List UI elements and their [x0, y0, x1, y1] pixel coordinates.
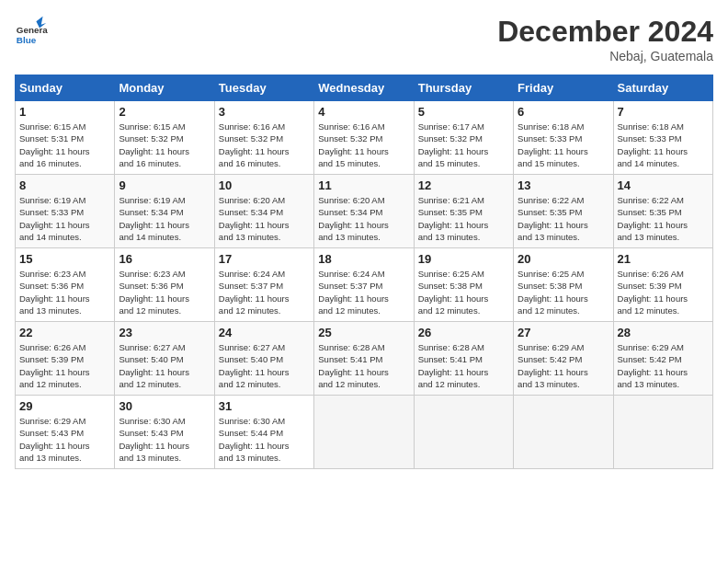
day-number: 10 [219, 178, 310, 192]
day-info: Sunrise: 6:22 AM Sunset: 5:35 PM Dayligh… [618, 194, 709, 243]
day-number: 23 [119, 326, 210, 339]
title-block: December 2024 Nebaj, Guatemala [497, 15, 713, 63]
day-info: Sunrise: 6:17 AM Sunset: 5:32 PM Dayligh… [418, 121, 509, 169]
calendar-day-cell: 20Sunrise: 6:25 AM Sunset: 5:38 PM Dayli… [514, 248, 613, 322]
calendar-day-cell: 5Sunrise: 6:17 AM Sunset: 5:32 PM Daylig… [414, 101, 513, 175]
calendar-day-cell: 25Sunrise: 6:28 AM Sunset: 5:41 PM Dayli… [314, 322, 414, 396]
day-number: 5 [418, 105, 509, 119]
day-number: 9 [119, 178, 210, 192]
day-number: 28 [618, 326, 709, 339]
calendar-week-row: 29Sunrise: 6:29 AM Sunset: 5:43 PM Dayli… [16, 396, 713, 469]
calendar-table: SundayMondayTuesdayWednesdayThursdayFrid… [15, 75, 713, 469]
calendar-day-cell: 12Sunrise: 6:21 AM Sunset: 5:35 PM Dayli… [414, 175, 513, 248]
calendar-week-row: 8Sunrise: 6:19 AM Sunset: 5:33 PM Daylig… [16, 175, 713, 248]
calendar-day-cell: 26Sunrise: 6:28 AM Sunset: 5:41 PM Dayli… [414, 322, 513, 396]
calendar-day-cell: 4Sunrise: 6:16 AM Sunset: 5:32 PM Daylig… [314, 101, 414, 175]
day-info: Sunrise: 6:22 AM Sunset: 5:35 PM Dayligh… [518, 194, 609, 243]
day-info: Sunrise: 6:16 AM Sunset: 5:32 PM Dayligh… [219, 121, 310, 169]
day-info: Sunrise: 6:29 AM Sunset: 5:42 PM Dayligh… [618, 341, 709, 390]
day-info: Sunrise: 6:20 AM Sunset: 5:34 PM Dayligh… [219, 194, 310, 243]
calendar-week-row: 22Sunrise: 6:26 AM Sunset: 5:39 PM Dayli… [16, 322, 713, 396]
day-info: Sunrise: 6:19 AM Sunset: 5:34 PM Dayligh… [119, 194, 210, 243]
day-info: Sunrise: 6:30 AM Sunset: 5:44 PM Dayligh… [219, 415, 310, 464]
calendar-day-cell: 22Sunrise: 6:26 AM Sunset: 5:39 PM Dayli… [16, 322, 115, 396]
day-number: 4 [318, 105, 409, 119]
logo-icon: General Blue [15, 15, 48, 48]
calendar-day-cell: 10Sunrise: 6:20 AM Sunset: 5:34 PM Dayli… [214, 175, 313, 248]
calendar-day-cell: 3Sunrise: 6:16 AM Sunset: 5:32 PM Daylig… [214, 101, 313, 175]
day-number: 2 [119, 105, 210, 119]
day-number: 18 [318, 252, 409, 266]
calendar-day-cell: 9Sunrise: 6:19 AM Sunset: 5:34 PM Daylig… [115, 175, 214, 248]
calendar-header-row: SundayMondayTuesdayWednesdayThursdayFrid… [16, 75, 713, 101]
day-of-week-header: Tuesday [214, 75, 313, 101]
day-number: 8 [19, 178, 110, 192]
svg-text:General: General [17, 25, 48, 35]
calendar-day-cell: 1Sunrise: 6:15 AM Sunset: 5:31 PM Daylig… [16, 101, 115, 175]
day-number: 30 [119, 399, 210, 413]
day-info: Sunrise: 6:30 AM Sunset: 5:43 PM Dayligh… [119, 415, 210, 464]
calendar-day-cell [314, 396, 414, 469]
calendar-day-cell: 7Sunrise: 6:18 AM Sunset: 5:33 PM Daylig… [613, 101, 712, 175]
calendar-day-cell: 30Sunrise: 6:30 AM Sunset: 5:43 PM Dayli… [115, 396, 214, 469]
day-number: 26 [418, 326, 509, 339]
calendar-day-cell: 17Sunrise: 6:24 AM Sunset: 5:37 PM Dayli… [214, 248, 313, 322]
calendar-day-cell: 15Sunrise: 6:23 AM Sunset: 5:36 PM Dayli… [16, 248, 115, 322]
calendar-week-row: 15Sunrise: 6:23 AM Sunset: 5:36 PM Dayli… [16, 248, 713, 322]
day-of-week-header: Saturday [613, 75, 712, 101]
calendar-day-cell [613, 396, 712, 469]
day-info: Sunrise: 6:18 AM Sunset: 5:33 PM Dayligh… [618, 121, 709, 169]
day-of-week-header: Wednesday [314, 75, 414, 101]
calendar-day-cell: 2Sunrise: 6:15 AM Sunset: 5:32 PM Daylig… [115, 101, 214, 175]
day-info: Sunrise: 6:28 AM Sunset: 5:41 PM Dayligh… [318, 341, 409, 390]
day-number: 14 [618, 178, 709, 192]
day-of-week-header: Monday [115, 75, 214, 101]
calendar-day-cell: 24Sunrise: 6:27 AM Sunset: 5:40 PM Dayli… [214, 322, 313, 396]
calendar-day-cell: 8Sunrise: 6:19 AM Sunset: 5:33 PM Daylig… [16, 175, 115, 248]
day-number: 7 [618, 105, 709, 119]
calendar-day-cell [414, 396, 513, 469]
day-of-week-header: Sunday [16, 75, 115, 101]
day-number: 13 [518, 178, 609, 192]
location-subtitle: Nebaj, Guatemala [497, 49, 713, 63]
day-info: Sunrise: 6:19 AM Sunset: 5:33 PM Dayligh… [19, 194, 110, 243]
day-number: 3 [219, 105, 310, 119]
day-number: 6 [518, 105, 609, 119]
calendar-day-cell: 29Sunrise: 6:29 AM Sunset: 5:43 PM Dayli… [16, 396, 115, 469]
day-of-week-header: Friday [514, 75, 613, 101]
day-info: Sunrise: 6:24 AM Sunset: 5:37 PM Dayligh… [219, 268, 310, 316]
day-of-week-header: Thursday [414, 75, 513, 101]
logo: General Blue [15, 15, 48, 48]
calendar-day-cell: 6Sunrise: 6:18 AM Sunset: 5:33 PM Daylig… [514, 101, 613, 175]
day-number: 24 [219, 326, 310, 339]
calendar-week-row: 1Sunrise: 6:15 AM Sunset: 5:31 PM Daylig… [16, 101, 713, 175]
day-info: Sunrise: 6:16 AM Sunset: 5:32 PM Dayligh… [318, 121, 409, 169]
day-number: 17 [219, 252, 310, 266]
day-info: Sunrise: 6:24 AM Sunset: 5:37 PM Dayligh… [318, 268, 409, 316]
day-info: Sunrise: 6:29 AM Sunset: 5:43 PM Dayligh… [19, 415, 110, 464]
day-info: Sunrise: 6:26 AM Sunset: 5:39 PM Dayligh… [618, 268, 709, 316]
day-info: Sunrise: 6:15 AM Sunset: 5:32 PM Dayligh… [119, 121, 210, 169]
day-number: 25 [318, 326, 409, 339]
day-info: Sunrise: 6:29 AM Sunset: 5:42 PM Dayligh… [518, 341, 609, 390]
day-info: Sunrise: 6:15 AM Sunset: 5:31 PM Dayligh… [19, 121, 110, 169]
day-info: Sunrise: 6:21 AM Sunset: 5:35 PM Dayligh… [418, 194, 509, 243]
day-info: Sunrise: 6:25 AM Sunset: 5:38 PM Dayligh… [418, 268, 509, 316]
calendar-day-cell: 18Sunrise: 6:24 AM Sunset: 5:37 PM Dayli… [314, 248, 414, 322]
day-number: 22 [19, 326, 110, 339]
day-info: Sunrise: 6:28 AM Sunset: 5:41 PM Dayligh… [418, 341, 509, 390]
day-info: Sunrise: 6:23 AM Sunset: 5:36 PM Dayligh… [119, 268, 210, 316]
calendar-day-cell [514, 396, 613, 469]
day-info: Sunrise: 6:27 AM Sunset: 5:40 PM Dayligh… [219, 341, 310, 390]
day-info: Sunrise: 6:27 AM Sunset: 5:40 PM Dayligh… [119, 341, 210, 390]
calendar-day-cell: 31Sunrise: 6:30 AM Sunset: 5:44 PM Dayli… [214, 396, 313, 469]
day-info: Sunrise: 6:26 AM Sunset: 5:39 PM Dayligh… [19, 341, 110, 390]
day-number: 1 [19, 105, 110, 119]
calendar-day-cell: 19Sunrise: 6:25 AM Sunset: 5:38 PM Dayli… [414, 248, 513, 322]
day-number: 12 [418, 178, 509, 192]
day-number: 15 [19, 252, 110, 266]
svg-text:Blue: Blue [17, 35, 37, 45]
calendar-day-cell: 21Sunrise: 6:26 AM Sunset: 5:39 PM Dayli… [613, 248, 712, 322]
calendar-day-cell: 11Sunrise: 6:20 AM Sunset: 5:34 PM Dayli… [314, 175, 414, 248]
day-number: 31 [219, 399, 310, 413]
